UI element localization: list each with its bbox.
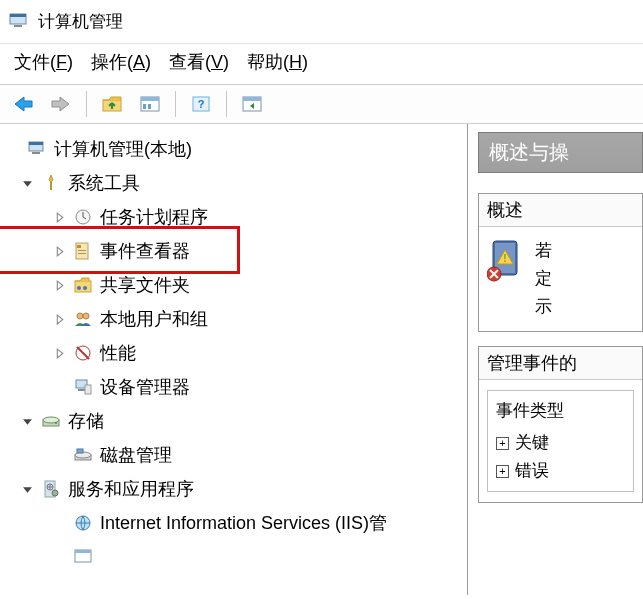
svg-rect-20 [78,253,86,254]
tree-label: 任务计划程序 [100,205,208,229]
svg-rect-21 [75,281,91,292]
toolbar-separator [226,91,227,117]
event-log-icon [72,240,94,262]
tree-node-root[interactable]: 计算机管理(本地) [0,132,467,166]
toolbar-separator [86,91,87,117]
back-button[interactable] [8,91,38,117]
menu-file[interactable]: 文件(F) [14,50,73,74]
detail-pane: 概述与操 概述 ! 若 定 示 [468,124,643,595]
tree-node-performance[interactable]: 性能 [0,336,467,370]
computer-icon [26,138,48,160]
tree-pane: 计算机管理(本地) 系统工具 [0,124,468,595]
svg-rect-41 [75,550,91,553]
svg-rect-28 [78,389,85,391]
tree-node-device-manager[interactable]: 设备管理器 [0,370,467,404]
window-title: 计算机管理 [38,10,123,33]
tree-node-system-tools[interactable]: 系统工具 [0,166,467,200]
svg-rect-18 [77,245,81,248]
menu-action[interactable]: 操作(A) [91,50,151,74]
tree-label: 设备管理器 [100,375,190,399]
svg-rect-35 [77,449,83,453]
expand-plus-icon: + [496,465,509,478]
svg-rect-1 [10,14,26,17]
tree-node-iis[interactable]: Internet Information Services (IIS)管 [0,506,467,540]
overview-text-line: 若 [535,237,552,265]
tree-node-local-users[interactable]: 本地用户和组 [0,302,467,336]
svg-text:?: ? [198,98,205,110]
forward-button[interactable] [46,91,76,117]
svg-rect-7 [148,104,151,109]
tree-label: 磁盘管理 [100,443,172,467]
expand-icon[interactable] [50,242,68,260]
overview-group: 概述 ! 若 定 示 [478,193,643,332]
toolbar: ? [0,85,643,124]
svg-rect-29 [85,385,91,394]
collapse-icon[interactable] [18,480,36,498]
event-type-label: 关键 [515,429,549,457]
tree-node-task-scheduler[interactable]: 任务计划程序 [0,200,467,234]
users-icon [72,308,94,330]
tree-node-disk-management[interactable]: 磁盘管理 [0,438,467,472]
svg-text:!: ! [503,253,506,264]
collapse-icon[interactable] [18,174,36,192]
tree-label: 服务和应用程序 [68,477,194,501]
menu-bar: 文件(F) 操作(A) 查看(V) 帮助(H) [0,44,643,85]
shared-folder-icon [72,274,94,296]
book-warning-icon: ! [487,237,525,321]
expand-icon[interactable] [50,344,68,362]
management-events-group: 管理事件的 事件类型 + 关键 + 错误 [478,346,643,503]
svg-point-32 [55,422,57,424]
iis-icon [72,512,94,534]
event-type-label: 错误 [515,457,549,485]
tree-node-shared-folders[interactable]: 共享文件夹 [0,268,467,302]
expand-icon[interactable] [50,310,68,328]
event-type-critical[interactable]: + 关键 [496,429,625,457]
tree-label: Internet Information Services (IIS)管 [100,511,387,535]
svg-point-25 [83,313,89,319]
svg-rect-6 [143,104,146,109]
overview-text-line: 定 [535,265,552,293]
svg-rect-11 [243,97,261,101]
main-content: 计算机管理(本地) 系统工具 [0,124,643,595]
svg-rect-5 [141,97,159,101]
tree-node-services-apps[interactable]: 服务和应用程序 [0,472,467,506]
svg-point-31 [43,417,59,423]
svg-point-23 [83,286,87,290]
event-type-error[interactable]: + 错误 [496,457,625,485]
menu-help[interactable]: 帮助(H) [247,50,308,74]
tree-label: 性能 [100,341,136,365]
overview-title: 概述 [479,194,642,227]
up-folder-button[interactable] [97,91,127,117]
svg-point-22 [77,286,81,290]
svg-rect-2 [14,25,22,27]
refresh-button[interactable] [237,91,267,117]
overview-body: ! 若 定 示 [479,227,642,331]
help-button[interactable]: ? [186,91,216,117]
overview-text-line: 示 [535,293,552,321]
tree-label: 事件查看器 [100,239,190,263]
disk-icon [72,444,94,466]
expand-icon[interactable] [50,276,68,294]
tree-label: 计算机管理(本地) [54,137,192,161]
toolbar-separator [175,91,176,117]
svg-rect-13 [29,142,43,145]
performance-icon [72,342,94,364]
collapse-icon[interactable] [18,412,36,430]
tree-node-event-viewer[interactable]: 事件查看器 [0,234,467,268]
tree-node-storage[interactable]: 存储 [0,404,467,438]
menu-view[interactable]: 查看(V) [169,50,229,74]
storage-icon [40,410,62,432]
device-manager-icon [72,376,94,398]
tree-label: 系统工具 [68,171,140,195]
tree-node-extra[interactable] [0,540,467,574]
window-icon [72,546,94,568]
tree-label: 本地用户和组 [100,307,208,331]
tools-icon [40,172,62,194]
window-titlebar: 计算机管理 [0,0,643,44]
expand-icon[interactable] [50,208,68,226]
tree-label: 共享文件夹 [100,273,190,297]
services-icon [40,478,62,500]
svg-rect-14 [32,152,40,154]
svg-rect-15 [50,181,52,190]
properties-button[interactable] [135,91,165,117]
